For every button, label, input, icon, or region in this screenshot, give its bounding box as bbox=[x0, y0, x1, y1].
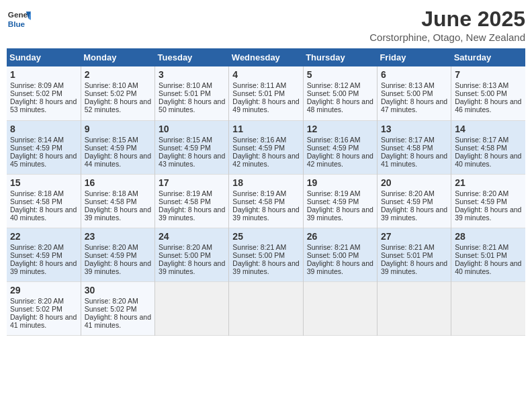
sunset-label: Sunset: 4:58 PM bbox=[381, 144, 433, 152]
calendar-cell: 24Sunrise: 8:20 AMSunset: 5:00 PMDayligh… bbox=[155, 228, 229, 281]
calendar-table: SundayMondayTuesdayWednesdayThursdayFrid… bbox=[7, 48, 525, 336]
calendar-cell bbox=[377, 281, 451, 335]
sunrise-label: Sunrise: 8:20 AM bbox=[381, 189, 435, 197]
sunrise-label: Sunrise: 8:14 AM bbox=[10, 136, 64, 144]
calendar-cell: 18Sunrise: 8:19 AMSunset: 4:58 PMDayligh… bbox=[229, 174, 303, 228]
day-header-thursday: Thursday bbox=[303, 48, 377, 66]
calendar-cell: 30Sunrise: 8:20 AMSunset: 5:02 PMDayligh… bbox=[81, 281, 154, 335]
sunset-label: Sunset: 4:58 PM bbox=[159, 197, 211, 205]
daylight-label: Daylight: 8 hours and 42 minutes. bbox=[232, 152, 299, 168]
sunrise-label: Sunrise: 8:20 AM bbox=[455, 189, 508, 197]
daylight-label: Daylight: 8 hours and 45 minutes. bbox=[10, 152, 77, 168]
day-number: 18 bbox=[232, 177, 299, 188]
sunrise-label: Sunrise: 8:10 AM bbox=[85, 81, 138, 89]
day-number: 28 bbox=[455, 231, 522, 242]
sunrise-label: Sunrise: 8:11 AM bbox=[232, 81, 286, 89]
calendar-cell: 25Sunrise: 8:21 AMSunset: 5:00 PMDayligh… bbox=[229, 228, 303, 281]
sunrise-label: Sunrise: 8:17 AM bbox=[455, 136, 508, 144]
day-header-friday: Friday bbox=[377, 48, 451, 66]
calendar-cell: 12Sunrise: 8:16 AMSunset: 4:59 PMDayligh… bbox=[303, 120, 377, 174]
sunrise-label: Sunrise: 8:10 AM bbox=[159, 81, 212, 89]
day-number: 7 bbox=[455, 69, 522, 80]
sunset-label: Sunset: 5:00 PM bbox=[381, 89, 433, 97]
sunrise-label: Sunrise: 8:17 AM bbox=[381, 136, 435, 144]
calendar-cell bbox=[303, 281, 377, 335]
calendar-cell: 13Sunrise: 8:17 AMSunset: 4:58 PMDayligh… bbox=[377, 120, 451, 174]
sunset-label: Sunset: 4:59 PM bbox=[307, 197, 359, 205]
sunset-label: Sunset: 5:02 PM bbox=[10, 89, 62, 97]
daylight-label: Daylight: 8 hours and 39 minutes. bbox=[159, 259, 225, 275]
calendar-week-row: 22Sunrise: 8:20 AMSunset: 4:59 PMDayligh… bbox=[7, 228, 525, 281]
sunset-label: Sunset: 4:59 PM bbox=[10, 144, 62, 152]
day-number: 15 bbox=[10, 177, 77, 188]
day-number: 29 bbox=[10, 285, 77, 295]
sunset-label: Sunset: 5:00 PM bbox=[307, 89, 359, 97]
sunrise-label: Sunrise: 8:21 AM bbox=[232, 243, 286, 251]
calendar-cell: 5Sunrise: 8:12 AMSunset: 5:00 PMDaylight… bbox=[303, 66, 377, 120]
sunrise-label: Sunrise: 8:13 AM bbox=[455, 81, 508, 89]
day-header-wednesday: Wednesday bbox=[229, 48, 303, 66]
sunrise-label: Sunrise: 8:13 AM bbox=[381, 81, 435, 89]
day-number: 14 bbox=[455, 124, 522, 134]
calendar-cell: 10Sunrise: 8:15 AMSunset: 4:59 PMDayligh… bbox=[155, 120, 229, 174]
calendar-cell: 16Sunrise: 8:18 AMSunset: 4:58 PMDayligh… bbox=[81, 174, 154, 228]
day-number: 23 bbox=[85, 231, 151, 242]
sunrise-label: Sunrise: 8:15 AM bbox=[85, 136, 138, 144]
sunset-label: Sunset: 4:58 PM bbox=[455, 144, 507, 152]
day-number: 11 bbox=[232, 124, 299, 134]
daylight-label: Daylight: 8 hours and 41 minutes. bbox=[10, 313, 77, 329]
day-header-sunday: Sunday bbox=[7, 48, 81, 66]
calendar-cell: 9Sunrise: 8:15 AMSunset: 4:59 PMDaylight… bbox=[81, 120, 154, 174]
day-number: 4 bbox=[232, 69, 299, 80]
sunset-label: Sunset: 4:59 PM bbox=[381, 197, 433, 205]
calendar-cell: 3Sunrise: 8:10 AMSunset: 5:01 PMDaylight… bbox=[155, 66, 229, 120]
sunset-label: Sunset: 5:01 PM bbox=[159, 89, 211, 97]
sunset-label: Sunset: 5:01 PM bbox=[381, 251, 433, 259]
day-number: 16 bbox=[85, 177, 151, 188]
day-number: 27 bbox=[381, 231, 447, 242]
sunrise-label: Sunrise: 8:20 AM bbox=[85, 243, 138, 251]
sunset-label: Sunset: 4:59 PM bbox=[10, 251, 62, 259]
month-year-title: June 2025 bbox=[369, 7, 525, 32]
calendar-cell: 22Sunrise: 8:20 AMSunset: 4:59 PMDayligh… bbox=[7, 228, 81, 281]
calendar-cell: 26Sunrise: 8:21 AMSunset: 5:00 PMDayligh… bbox=[303, 228, 377, 281]
sunrise-label: Sunrise: 8:16 AM bbox=[307, 136, 361, 144]
daylight-label: Daylight: 8 hours and 39 minutes. bbox=[307, 205, 373, 222]
calendar-cell: 21Sunrise: 8:20 AMSunset: 4:59 PMDayligh… bbox=[451, 174, 525, 228]
daylight-label: Daylight: 8 hours and 47 minutes. bbox=[381, 97, 447, 113]
calendar-header-row: SundayMondayTuesdayWednesdayThursdayFrid… bbox=[7, 48, 525, 66]
daylight-label: Daylight: 8 hours and 39 minutes. bbox=[232, 259, 299, 275]
sunrise-label: Sunrise: 8:19 AM bbox=[159, 189, 212, 197]
calendar-week-row: 29Sunrise: 8:20 AMSunset: 5:02 PMDayligh… bbox=[7, 281, 525, 335]
calendar-cell: 2Sunrise: 8:10 AMSunset: 5:02 PMDaylight… bbox=[81, 66, 154, 120]
calendar-cell: 20Sunrise: 8:20 AMSunset: 4:59 PMDayligh… bbox=[377, 174, 451, 228]
sunrise-label: Sunrise: 8:12 AM bbox=[307, 81, 361, 89]
sunset-label: Sunset: 4:58 PM bbox=[85, 197, 137, 205]
calendar-week-row: 15Sunrise: 8:18 AMSunset: 4:58 PMDayligh… bbox=[7, 174, 525, 228]
sunset-label: Sunset: 4:59 PM bbox=[85, 144, 137, 152]
daylight-label: Daylight: 8 hours and 52 minutes. bbox=[85, 97, 151, 113]
calendar-cell: 14Sunrise: 8:17 AMSunset: 4:58 PMDayligh… bbox=[451, 120, 525, 174]
sunset-label: Sunset: 4:59 PM bbox=[85, 251, 137, 259]
sunset-label: Sunset: 5:02 PM bbox=[85, 305, 137, 313]
daylight-label: Daylight: 8 hours and 40 minutes. bbox=[455, 152, 521, 168]
sunrise-label: Sunrise: 8:20 AM bbox=[10, 297, 64, 305]
logo-icon: General Blue bbox=[7, 7, 31, 31]
daylight-label: Daylight: 8 hours and 43 minutes. bbox=[159, 152, 225, 168]
daylight-label: Daylight: 8 hours and 39 minutes. bbox=[307, 259, 373, 275]
day-number: 17 bbox=[159, 177, 225, 188]
sunrise-label: Sunrise: 8:16 AM bbox=[232, 136, 286, 144]
day-number: 8 bbox=[10, 124, 77, 134]
day-number: 20 bbox=[381, 177, 447, 188]
title-area: June 2025 Corstorphine, Otago, New Zeala… bbox=[369, 7, 525, 43]
sunrise-label: Sunrise: 8:20 AM bbox=[85, 297, 138, 305]
day-number: 24 bbox=[159, 231, 225, 242]
sunset-label: Sunset: 5:00 PM bbox=[455, 89, 507, 97]
sunrise-label: Sunrise: 8:21 AM bbox=[455, 243, 508, 251]
logo: General Blue bbox=[7, 7, 31, 31]
daylight-label: Daylight: 8 hours and 46 minutes. bbox=[455, 97, 521, 113]
calendar-cell: 4Sunrise: 8:11 AMSunset: 5:01 PMDaylight… bbox=[229, 66, 303, 120]
sunset-label: Sunset: 5:01 PM bbox=[232, 89, 285, 97]
day-number: 25 bbox=[232, 231, 299, 242]
daylight-label: Daylight: 8 hours and 39 minutes. bbox=[381, 259, 447, 275]
